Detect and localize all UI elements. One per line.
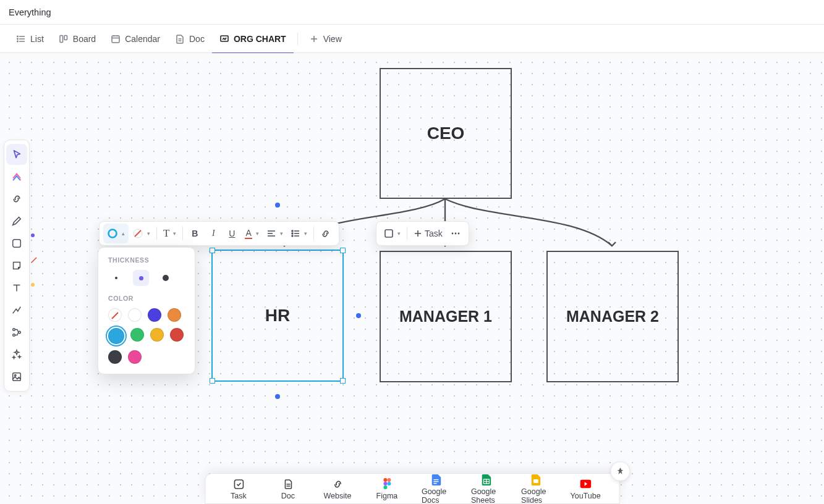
tab-label: Calendar bbox=[125, 34, 160, 44]
tab-label: Doc bbox=[189, 34, 205, 44]
dock-dot-purple bbox=[31, 233, 35, 237]
svg-rect-18 bbox=[13, 240, 21, 248]
whiteboard-canvas[interactable]: + CEO HR bbox=[0, 53, 824, 504]
tab-doc[interactable]: Doc bbox=[168, 25, 212, 53]
plus-icon bbox=[309, 34, 319, 44]
svg-point-27 bbox=[109, 230, 117, 238]
add-label: Figma bbox=[376, 492, 398, 500]
tab-list[interactable]: List bbox=[9, 25, 51, 53]
add-task[interactable]: Task bbox=[224, 479, 253, 500]
shape-type-button[interactable]: ▾ bbox=[380, 224, 404, 243]
swatch-white[interactable] bbox=[128, 308, 142, 322]
tool-clickup[interactable]: + bbox=[6, 166, 27, 187]
node-label: CEO bbox=[427, 124, 465, 143]
tool-shape[interactable] bbox=[6, 233, 27, 254]
fill-color-button[interactable]: ▾ bbox=[129, 224, 154, 243]
tab-label: View bbox=[323, 34, 342, 44]
tab-label: ORG CHART bbox=[234, 34, 286, 44]
add-label: Google Docs bbox=[422, 487, 451, 505]
tool-sticky[interactable] bbox=[6, 255, 27, 276]
node-label: HR bbox=[265, 306, 290, 326]
font-size-button[interactable]: T▾ bbox=[159, 224, 180, 243]
thickness-thick[interactable] bbox=[158, 270, 174, 286]
caret-up-icon: ▴ bbox=[122, 230, 125, 237]
add-google-slides[interactable]: Google Slides bbox=[521, 474, 551, 505]
link-button[interactable] bbox=[316, 224, 335, 243]
tab-calendar[interactable]: Calendar bbox=[103, 25, 168, 53]
svg-text:+: + bbox=[19, 177, 22, 182]
figma-icon bbox=[381, 479, 393, 490]
swatch-none[interactable] bbox=[108, 308, 122, 322]
svg-point-42 bbox=[451, 233, 453, 235]
swatch-pink[interactable] bbox=[128, 350, 142, 364]
svg-line-26 bbox=[32, 258, 36, 262]
svg-point-3 bbox=[17, 36, 18, 36]
add-label: YouTube bbox=[571, 492, 601, 500]
thickness-options bbox=[108, 270, 185, 286]
tool-image[interactable] bbox=[6, 366, 27, 387]
thickness-thin[interactable] bbox=[108, 270, 124, 286]
dock-slash-red bbox=[31, 257, 36, 262]
svg-rect-24 bbox=[13, 373, 21, 381]
add-figma[interactable]: Figma bbox=[372, 479, 402, 500]
svg-rect-39 bbox=[385, 230, 393, 237]
page-title: Everything bbox=[9, 7, 51, 17]
format-toolbar: ▴ ▾ T▾ B I U A▾ ▾ ▾ bbox=[99, 221, 339, 246]
bold-button[interactable]: B bbox=[185, 224, 204, 243]
swatch-red[interactable] bbox=[170, 328, 184, 342]
format-toolbar-extra: ▾ Task bbox=[376, 221, 469, 246]
tab-org-chart[interactable]: ORG CHART bbox=[212, 25, 294, 53]
title-bar: Everything bbox=[0, 0, 824, 25]
tool-pen[interactable] bbox=[6, 211, 27, 232]
tab-add-view[interactable]: View bbox=[302, 25, 349, 53]
tool-select[interactable] bbox=[6, 144, 27, 165]
swatch-indigo[interactable] bbox=[148, 308, 161, 322]
swatch-amber[interactable] bbox=[150, 328, 164, 342]
underline-button[interactable]: U bbox=[223, 224, 241, 243]
gslides-icon bbox=[530, 474, 542, 485]
pin-bar-button[interactable] bbox=[610, 461, 630, 481]
add-youtube[interactable]: YouTube bbox=[571, 479, 600, 500]
italic-button[interactable]: I bbox=[204, 224, 223, 243]
list-style-button[interactable]: ▾ bbox=[287, 224, 311, 243]
node-ceo[interactable]: CEO bbox=[380, 68, 512, 199]
add-doc[interactable]: Doc bbox=[273, 479, 303, 500]
add-label: Google Sheets bbox=[471, 487, 501, 505]
node-manager1[interactable]: MANAGER 1 bbox=[380, 251, 512, 382]
swatch-sky[interactable] bbox=[108, 328, 124, 344]
svg-point-52 bbox=[383, 485, 387, 489]
svg-point-4 bbox=[17, 38, 18, 39]
tool-text[interactable] bbox=[6, 277, 27, 298]
svg-point-49 bbox=[387, 478, 391, 482]
svg-point-44 bbox=[457, 233, 459, 235]
tool-ai[interactable] bbox=[6, 344, 27, 365]
tool-relationship[interactable] bbox=[6, 322, 27, 343]
stroke-color-button[interactable]: ▴ bbox=[103, 224, 129, 243]
swatch-charcoal[interactable] bbox=[108, 350, 122, 364]
svg-point-5 bbox=[17, 41, 18, 41]
svg-point-48 bbox=[383, 478, 387, 482]
node-hr[interactable]: HR bbox=[211, 250, 344, 382]
tool-connector[interactable] bbox=[6, 300, 27, 321]
svg-point-43 bbox=[454, 233, 456, 235]
add-website[interactable]: Website bbox=[323, 479, 352, 500]
svg-point-51 bbox=[387, 482, 391, 485]
svg-rect-59 bbox=[533, 479, 538, 483]
add-task-button[interactable]: Task bbox=[410, 224, 446, 243]
thickness-medium[interactable] bbox=[133, 270, 149, 286]
svg-point-34 bbox=[292, 233, 293, 234]
swatch-green[interactable] bbox=[130, 328, 144, 342]
add-google-docs[interactable]: Google Docs bbox=[422, 474, 451, 505]
tool-link[interactable] bbox=[6, 188, 27, 209]
node-label: MANAGER 2 bbox=[566, 308, 659, 326]
more-button[interactable] bbox=[446, 224, 465, 243]
tab-board[interactable]: Board bbox=[51, 25, 103, 53]
align-button[interactable]: ▾ bbox=[263, 224, 287, 243]
svg-point-35 bbox=[292, 235, 293, 237]
node-manager2[interactable]: MANAGER 2 bbox=[546, 251, 679, 382]
add-google-sheets[interactable]: Google Sheets bbox=[471, 474, 501, 505]
svg-rect-6 bbox=[60, 35, 63, 42]
text-color-button[interactable]: A▾ bbox=[241, 224, 262, 243]
add-block-bar: Task Doc Website Figma Google Docs Googl… bbox=[205, 473, 619, 504]
swatch-orange[interactable] bbox=[168, 308, 181, 322]
